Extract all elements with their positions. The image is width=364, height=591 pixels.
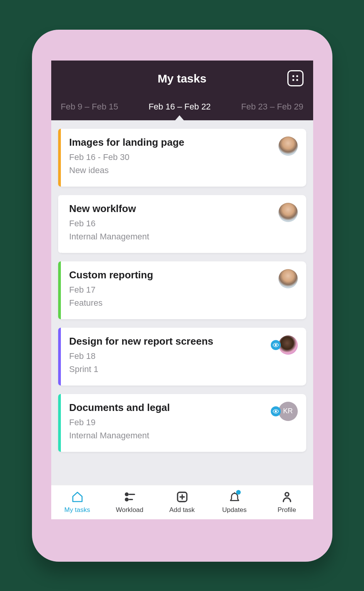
task-title: New worklfow: [69, 203, 298, 215]
task-title: Documents and legal: [69, 402, 298, 414]
task-body: Custom reportingFeb 17Features: [61, 261, 306, 319]
task-title: Custom reporting: [69, 269, 298, 281]
task-stripe: [58, 328, 61, 386]
date-tabs: Feb 9 – Feb 15Feb 16 – Feb 22Feb 23 – Fe…: [61, 96, 304, 120]
bell-icon: [228, 490, 242, 504]
nav-label: Workload: [116, 506, 144, 514]
task-body: Images for landing pageFeb 16 - Feb 30Ne…: [61, 129, 306, 187]
plus-square-icon: [175, 490, 189, 504]
task-card-0[interactable]: Images for landing pageFeb 16 - Feb 30Ne…: [58, 129, 306, 187]
assignee-avatar[interactable]: [278, 203, 298, 222]
task-avatar-wrap: [271, 335, 298, 355]
nav-label: Updates: [222, 506, 247, 514]
svg-point-1: [275, 411, 277, 412]
date-tab-0[interactable]: Feb 9 – Feb 15: [61, 96, 118, 120]
task-list[interactable]: Images for landing pageFeb 16 - Feb 30Ne…: [51, 120, 313, 485]
task-category: Features: [69, 298, 298, 308]
date-tab-2[interactable]: Feb 23 – Feb 29: [241, 96, 303, 120]
task-category: Sprint 1: [69, 364, 298, 374]
task-date: Feb 19: [69, 418, 298, 428]
task-avatar-wrap: [278, 136, 298, 156]
assignee-avatar[interactable]: [278, 136, 298, 156]
notification-dot: [236, 490, 241, 495]
task-date: Feb 17: [69, 285, 298, 295]
nav-label: My tasks: [64, 506, 90, 514]
nav-label: Profile: [277, 506, 296, 514]
nav-item-bell[interactable]: Updates: [208, 490, 261, 514]
task-avatar-wrap: KR: [271, 402, 298, 421]
header: My tasks Feb 9 – Feb 15Feb 16 – Feb 22Fe…: [51, 61, 313, 120]
phone-frame: My tasks Feb 9 – Feb 15Feb 16 – Feb 22Fe…: [32, 30, 332, 562]
task-body: New worklfowFeb 16Internal Management: [61, 195, 306, 253]
calendar-button[interactable]: [287, 70, 304, 86]
nav-label: Add task: [169, 506, 195, 514]
assignee-avatar[interactable]: [278, 269, 298, 288]
watching-eye-icon: [271, 340, 281, 350]
task-date: Feb 18: [69, 351, 298, 361]
nav-item-sliders[interactable]: Workload: [104, 490, 156, 514]
home-icon: [70, 490, 84, 504]
assignee-avatar[interactable]: KR: [278, 402, 298, 421]
svg-point-10: [285, 492, 289, 496]
bottom-nav: My tasksWorkloadAdd taskUpdatesProfile: [51, 485, 313, 519]
task-avatar-wrap: [278, 203, 298, 222]
task-card-4[interactable]: Documents and legalFeb 19Internal Manage…: [58, 394, 306, 452]
task-body: Design for new report screensFeb 18Sprin…: [61, 328, 306, 386]
task-category: New ideas: [69, 165, 298, 175]
nav-item-user[interactable]: Profile: [261, 490, 313, 514]
date-tab-1[interactable]: Feb 16 – Feb 22: [149, 96, 211, 120]
task-stripe: [58, 394, 61, 452]
task-body: Documents and legalFeb 19Internal Manage…: [61, 394, 306, 452]
nav-item-home[interactable]: My tasks: [51, 490, 104, 514]
watching-eye-icon: [271, 406, 281, 416]
task-card-1[interactable]: New worklfowFeb 16Internal Management: [58, 195, 306, 253]
task-date: Feb 16 - Feb 30: [69, 152, 298, 162]
app-screen: My tasks Feb 9 – Feb 15Feb 16 – Feb 22Fe…: [51, 61, 313, 519]
task-card-2[interactable]: Custom reportingFeb 17Features: [58, 261, 306, 319]
calendar-dots-icon: [292, 75, 299, 81]
sliders-icon: [123, 490, 137, 504]
user-icon: [280, 490, 294, 504]
assignee-avatar[interactable]: [278, 335, 298, 355]
task-date: Feb 16: [69, 219, 298, 229]
task-title: Design for new report screens: [69, 335, 298, 347]
svg-point-2: [125, 493, 128, 496]
svg-point-4: [125, 498, 128, 501]
task-card-3[interactable]: Design for new report screensFeb 18Sprin…: [58, 328, 306, 386]
task-stripe: [58, 195, 61, 253]
header-top: My tasks: [61, 68, 304, 89]
task-stripe: [58, 261, 61, 319]
nav-item-plus-square[interactable]: Add task: [156, 490, 208, 514]
task-title: Images for landing page: [69, 136, 298, 148]
task-category: Internal Management: [69, 232, 298, 242]
task-category: Internal Management: [69, 431, 298, 441]
svg-point-0: [275, 344, 277, 346]
task-stripe: [58, 129, 61, 187]
task-avatar-wrap: [278, 269, 298, 288]
page-title: My tasks: [158, 72, 206, 85]
